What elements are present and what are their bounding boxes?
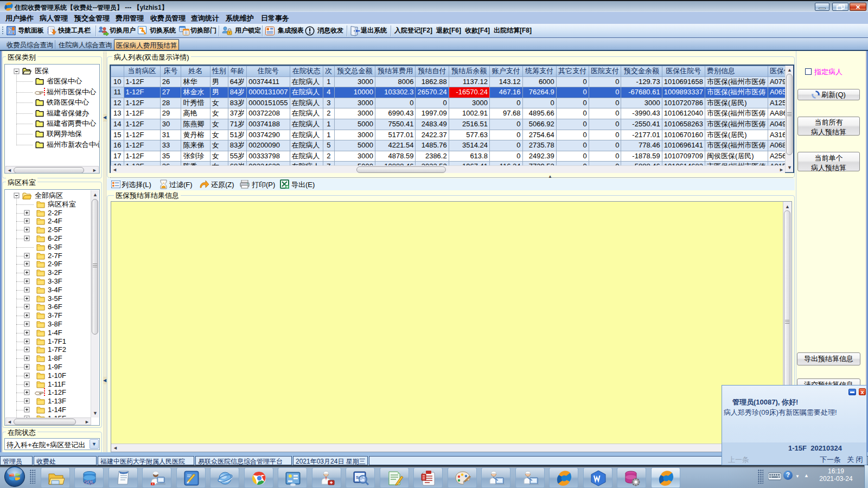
svg-text:SQL: SQL <box>84 479 94 485</box>
